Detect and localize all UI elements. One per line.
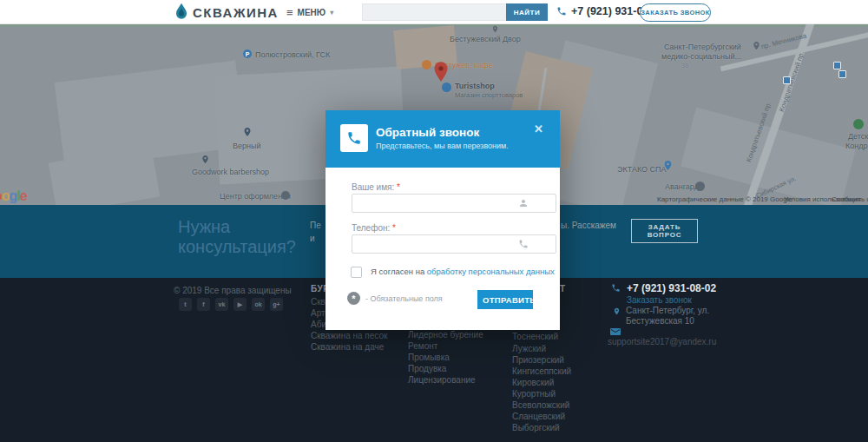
location-pin-icon bbox=[613, 307, 621, 316]
red-marker-icon[interactable] bbox=[433, 60, 449, 83]
footer-link[interactable]: Приозерский bbox=[512, 355, 564, 365]
map-pin-icon[interactable] bbox=[242, 126, 253, 138]
footer-link[interactable]: Лицензирование bbox=[408, 375, 476, 385]
required-asterisk: * bbox=[397, 182, 400, 192]
consent-checkbox[interactable] bbox=[351, 267, 362, 278]
vk-icon[interactable]: vk bbox=[215, 298, 228, 311]
copyright: © 2019 Все права защищены bbox=[174, 286, 292, 295]
poi-icon[interactable] bbox=[695, 181, 705, 191]
submit-button[interactable]: ОТПРАВИТЬ bbox=[477, 290, 533, 309]
top-header: СКВАЖИНА ≡ МЕНЮ ▾ НАЙТИ +7 (921) 931-08-… bbox=[0, 0, 868, 24]
footer-link[interactable]: Кировский bbox=[512, 378, 554, 387]
phone-field-label: Телефон: * bbox=[352, 223, 396, 233]
footer-link[interactable]: Курортный bbox=[512, 389, 556, 399]
odnoklassniki-icon[interactable]: ok bbox=[252, 298, 265, 311]
google-plus-icon[interactable]: g+ bbox=[270, 298, 283, 311]
required-fields-icon: * bbox=[347, 292, 360, 305]
kindergarten-icon[interactable] bbox=[853, 119, 864, 129]
footer-link[interactable]: Промывка bbox=[408, 353, 450, 362]
menu-label: МЕНЮ bbox=[298, 8, 326, 17]
map-label-turistshop-sub: Магазин спорттоваров bbox=[455, 91, 523, 99]
map-label-detsky-2: Кондр bbox=[845, 142, 867, 150]
footer-phone-number[interactable]: +7 (921) 931-08-02 bbox=[627, 282, 716, 294]
cafe-icon[interactable] bbox=[422, 60, 431, 69]
consent-label: Я согласен на обработку персональных дан… bbox=[371, 267, 555, 276]
required-fields-note: - Обязательные поля bbox=[365, 294, 443, 303]
footer-link[interactable]: Продувка bbox=[408, 364, 446, 373]
footer-link[interactable]: Ремонт bbox=[408, 341, 437, 351]
youtube-icon[interactable]: ▶ bbox=[233, 298, 247, 311]
phone-icon bbox=[518, 239, 529, 249]
phone-icon bbox=[556, 6, 567, 16]
map-pin-icon[interactable] bbox=[752, 40, 761, 51]
street-label-kondratievsky: Кондратьевский пр. bbox=[778, 50, 806, 113]
map-label-center-oformleniya[interactable]: Центр оформления bbox=[220, 192, 291, 201]
google-logo[interactable]: oogle bbox=[0, 188, 27, 204]
map-label-polustrovsky[interactable]: Полюстровский, ГСК bbox=[255, 50, 330, 59]
footer-col-rayony-header-fragment: Т bbox=[560, 284, 566, 294]
footer-address-line1: Санкт-Петербург, ул. bbox=[626, 306, 709, 315]
footer-link[interactable]: Лидерное бурение bbox=[408, 330, 483, 340]
footer-link[interactable]: Сланцевский bbox=[512, 412, 565, 421]
search-button[interactable]: НАЙТИ bbox=[506, 3, 548, 21]
transit-icon[interactable] bbox=[783, 76, 791, 84]
callback-modal: Обратный звонок Представьтесь, мы вам пе… bbox=[326, 110, 560, 330]
footer-callback-link[interactable]: Заказать звонок bbox=[627, 295, 692, 305]
map-pin-icon[interactable] bbox=[201, 154, 210, 165]
envelope-icon bbox=[610, 327, 621, 336]
search-input[interactable] bbox=[362, 3, 513, 21]
modal-subtitle: Представьтесь, мы вам перезвоним. bbox=[376, 142, 509, 150]
map-label-detsky-1: Детск bbox=[848, 132, 868, 141]
chevron-down-icon: ▾ bbox=[330, 9, 333, 16]
footer-link[interactable]: Тосненский bbox=[512, 332, 558, 341]
map-label-goodwork[interactable]: Goodwork barbershop bbox=[192, 168, 269, 176]
ask-question-button[interactable]: ЗАДАТЬ ВОПРОС bbox=[631, 219, 698, 243]
modal-header: Обратный звонок Представьтесь, мы вам пе… bbox=[326, 110, 560, 168]
page: СКВАЖИНА ≡ МЕНЮ ▾ НАЙТИ +7 (921) 931-08-… bbox=[0, 0, 868, 442]
transit-icon[interactable] bbox=[838, 70, 846, 78]
band-text-fragment-right: ы. Расскажем bbox=[561, 219, 616, 232]
phone-icon bbox=[611, 283, 621, 293]
consultation-title: Нужна консультация? bbox=[178, 217, 296, 257]
person-icon bbox=[518, 198, 529, 208]
modal-title: Обратный звонок bbox=[376, 126, 479, 139]
hamburger-icon: ≡ bbox=[286, 6, 293, 19]
house-number: 36 bbox=[681, 62, 688, 69]
logo-drop-icon bbox=[174, 3, 189, 21]
personal-data-link[interactable]: обработку персональных данных bbox=[427, 267, 555, 276]
map-label-ektaco[interactable]: ЭКТАКО СПА bbox=[617, 165, 667, 174]
close-icon[interactable]: ✕ bbox=[534, 122, 543, 135]
parking-icon[interactable]: P bbox=[243, 49, 252, 58]
map-report-link[interactable]: Сообщить об ошибке bbox=[832, 195, 868, 203]
map-label-med-social-1[interactable]: Санкт-Петербургский bbox=[664, 43, 741, 51]
phone-icon-box bbox=[340, 124, 368, 152]
map-label-avangard[interactable]: Авангард bbox=[665, 182, 699, 191]
map-label-bestuzhevsky-dvor[interactable]: Бестужевский Двор bbox=[450, 35, 521, 43]
required-asterisk: * bbox=[392, 223, 396, 233]
facebook-icon[interactable]: f bbox=[197, 298, 210, 311]
map-attribution: Картографические данные © 2019 Google bbox=[657, 195, 792, 203]
poi-icon[interactable] bbox=[281, 191, 290, 200]
map-pin-icon[interactable] bbox=[491, 24, 499, 34]
footer-email[interactable]: supportsite2017@yandex.ru bbox=[608, 337, 716, 346]
footer-link[interactable]: Скважина на песок bbox=[311, 331, 387, 340]
shop-icon[interactable] bbox=[442, 82, 451, 92]
transit-icon[interactable] bbox=[833, 62, 841, 69]
twitter-icon[interactable]: t bbox=[179, 298, 192, 311]
menu-button[interactable]: ≡ МЕНЮ ▾ bbox=[286, 6, 333, 19]
logo-text[interactable]: СКВАЖИНА bbox=[193, 5, 279, 20]
footer-link[interactable]: Всеволожский bbox=[512, 400, 569, 410]
footer-link[interactable]: Кингисеппский bbox=[512, 366, 571, 376]
phone-icon bbox=[346, 130, 362, 146]
map-label-med-social-2[interactable]: медико-социальный... bbox=[661, 52, 741, 61]
order-call-button[interactable]: ЗАКАЗАТЬ ЗВОНОК bbox=[640, 3, 711, 22]
footer-link[interactable]: Выборгский bbox=[512, 423, 560, 432]
band-text-fragment-left: Пе и bbox=[310, 219, 326, 245]
name-field-label: Ваше имя: * bbox=[352, 182, 400, 192]
footer-address-line2: Бестужевская 10 bbox=[626, 316, 694, 326]
map-label-turistshop[interactable]: Turistshop bbox=[455, 82, 495, 90]
footer-link[interactable]: Скважина на даче bbox=[311, 342, 384, 352]
map-pin-icon[interactable] bbox=[662, 159, 674, 172]
map-label-verny[interactable]: Верный bbox=[233, 142, 260, 150]
footer-link[interactable]: Лужский bbox=[512, 344, 546, 353]
